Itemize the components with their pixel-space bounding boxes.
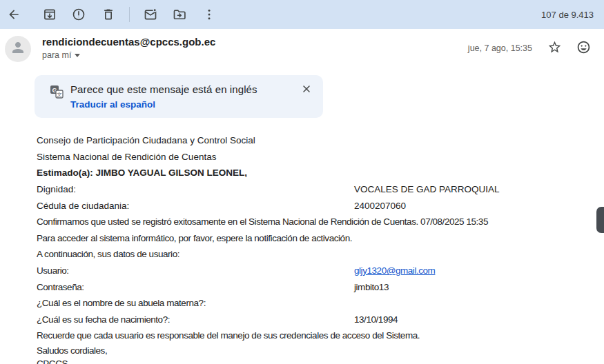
message-header: rendiciondecuentas@cpccs.gob.ec para mí …	[0, 29, 604, 65]
body-row: ¿Cuál es su fecha de nacimiento?: 13/10/…	[37, 312, 582, 328]
body-row-label: Usuario:	[37, 265, 69, 276]
add-reaction-button[interactable]	[574, 39, 593, 58]
body-row-label: Confirmamos que usted se registró exitos…	[37, 216, 488, 227]
more-options-button[interactable]	[197, 2, 222, 27]
email-link[interactable]: gljy1320@gmail.com	[354, 265, 435, 276]
body-row: Dignidad: VOCALES DE GAD PARROQUIAL	[37, 181, 582, 198]
recipient-dropdown[interactable]: para mí	[42, 50, 215, 60]
recipient-label: para mí	[42, 50, 71, 60]
body-row-value: gljy1320@gmail.com	[354, 265, 435, 276]
banner-close-button[interactable]	[299, 83, 314, 98]
body-row: A continuación, sus datos de usuario:	[37, 246, 582, 263]
person-icon	[10, 39, 26, 59]
body-row-label: Para acceder al sistema informático, por…	[37, 233, 352, 243]
avatar[interactable]	[5, 36, 31, 62]
toolbar-divider	[129, 7, 130, 22]
back-arrow-icon	[7, 8, 21, 21]
email-toolbar: 107 de 9.413	[0, 0, 604, 29]
report-spam-button[interactable]	[66, 2, 91, 27]
body-row-label: Recuerde que cada usuario es responsable…	[37, 330, 420, 341]
scrollbar-thumb[interactable]	[596, 207, 604, 233]
body-row: Saludos cordiales,	[37, 344, 582, 358]
message-date: jue, 7 ago, 15:35	[468, 43, 532, 53]
mark-unread-icon	[144, 8, 157, 21]
body-row-label: Consejo de Participación Ciudadana y Con…	[37, 135, 255, 145]
close-icon	[301, 83, 312, 97]
archive-button[interactable]	[37, 2, 62, 27]
body-row-value: VOCALES DE GAD PARROQUIAL	[354, 184, 500, 194]
body-row-label: Cédula de ciudadania:	[37, 201, 129, 211]
body-row: Estimado(a): JIMBO YAGUAL GILSON LEONEL,	[37, 165, 582, 181]
report-spam-icon	[72, 8, 86, 21]
body-row: Contraseña: jimbito13	[37, 279, 582, 295]
translate-action-link[interactable]: Traducir al español	[70, 99, 257, 110]
star-button[interactable]	[545, 39, 564, 58]
body-row: Para acceder al sistema informático, por…	[37, 230, 582, 247]
body-row: Sistema Nacional de Rendición de Cuentas	[37, 149, 582, 165]
body-row-label: Sistema Nacional de Rendición de Cuentas	[37, 152, 216, 162]
move-to-button[interactable]	[167, 2, 192, 27]
body-row: Usuario: gljy1320@gmail.com	[37, 263, 582, 279]
body-row-label: Dignidad:	[37, 184, 76, 194]
sender-email: rendiciondecuentas@cpccs.gob.ec	[42, 36, 215, 48]
body-row-label: CPCCS	[37, 358, 68, 364]
back-button[interactable]	[1, 2, 26, 27]
body-row: Recuerde que cada usuario es responsable…	[37, 327, 582, 344]
body-row: Cédula de ciudadania: 2400207060	[37, 197, 582, 214]
chevron-down-icon	[75, 54, 80, 57]
move-to-folder-icon	[173, 8, 186, 21]
body-row-label: Estimado(a): JIMBO YAGUAL GILSON LEONEL,	[37, 168, 247, 178]
emoji-smile-icon	[576, 40, 591, 57]
more-vert-icon	[202, 8, 216, 21]
body-row-value: jimbito13	[354, 282, 389, 292]
body-row: ¿Cuál es el nombre de su abuela materna?…	[37, 295, 582, 312]
mark-unread-button[interactable]	[138, 2, 163, 27]
archive-icon	[43, 8, 57, 21]
svg-text:文: 文	[57, 92, 62, 98]
translate-banner: G 文 Parece que este mensaje está en ingl…	[35, 75, 323, 118]
body-row-label: ¿Cuál es su fecha de nacimiento?:	[37, 314, 170, 325]
translate-icon: G 文	[50, 89, 64, 101]
body-row-label: Saludos cordiales,	[37, 345, 107, 356]
body-row-label: Contraseña:	[37, 282, 84, 292]
body-row-value: 13/10/1994	[354, 314, 398, 325]
body-row-label: ¿Cuál es el nombre de su abuela materna?…	[37, 298, 206, 308]
body-row-value: 2400207060	[354, 201, 406, 211]
body-row-label: A continuación, sus datos de usuario:	[37, 249, 179, 259]
body-row: Consejo de Participación Ciudadana y Con…	[37, 132, 582, 149]
star-icon	[547, 40, 562, 57]
delete-button[interactable]	[96, 2, 121, 27]
email-body: Consejo de Participación Ciudadana y Con…	[37, 132, 582, 364]
translate-message: Parece que este mensaje está en inglés	[70, 83, 257, 95]
trash-icon	[101, 8, 115, 21]
body-row: Confirmamos que usted se registró exitos…	[37, 214, 582, 230]
message-counter: 107 de 9.413	[541, 10, 594, 20]
body-row: CPCCS	[37, 357, 582, 364]
